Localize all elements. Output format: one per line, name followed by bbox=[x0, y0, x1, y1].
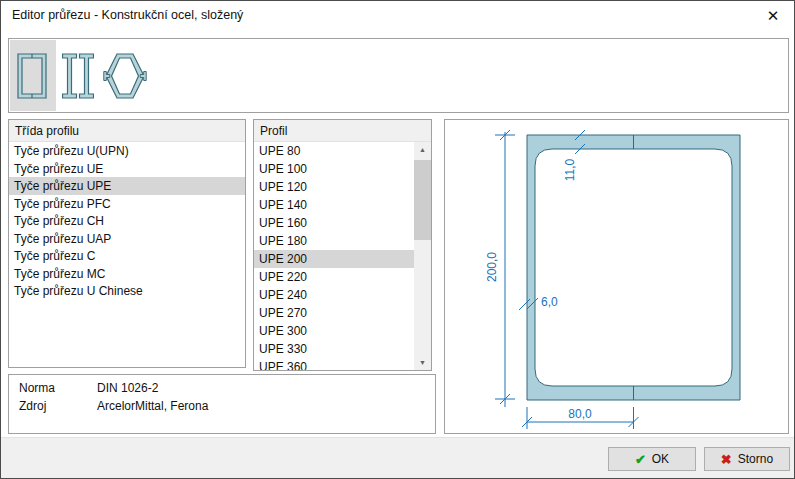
section-preview-panel: 200,0 11,0 6,0 80,0 bbox=[444, 119, 789, 434]
titlebar: Editor průřezu - Konstrukční ocel, slože… bbox=[1, 1, 794, 31]
profile-scrollbar[interactable]: ▲ ▼ bbox=[414, 142, 431, 370]
list-item[interactable]: UPE 160 bbox=[254, 214, 414, 232]
double-channel-section-icon bbox=[62, 53, 94, 99]
flange-dim-label: 11,0 bbox=[563, 158, 577, 181]
cross-section-drawing: 200,0 11,0 6,0 80,0 bbox=[445, 120, 788, 433]
hexagon-section-icon bbox=[103, 53, 147, 99]
cancel-label: Storno bbox=[738, 452, 773, 466]
scrollbar-thumb[interactable] bbox=[414, 160, 431, 240]
width-dim-label: 80,0 bbox=[568, 407, 592, 421]
list-item[interactable]: UPE 140 bbox=[254, 196, 414, 214]
profile-info-panel: Norma DIN 1026-2 Zdroj ArcelorMittal, Fe… bbox=[8, 374, 436, 434]
profile-list: UPE 80UPE 100UPE 120UPE 140UPE 160UPE 18… bbox=[254, 142, 414, 370]
source-row: Zdroj ArcelorMittal, Ferona bbox=[9, 397, 435, 415]
profile-panel: Profil UPE 80UPE 100UPE 120UPE 140UPE 16… bbox=[253, 119, 432, 371]
section-type-toolbar bbox=[8, 38, 789, 113]
profile-class-header: Třída profilu bbox=[9, 120, 245, 142]
list-item[interactable]: Tyče průřezu CH bbox=[9, 212, 245, 230]
list-item[interactable]: Tyče průřezu PFC bbox=[9, 195, 245, 213]
double-channel-section-button[interactable] bbox=[62, 53, 94, 103]
scroll-down-icon[interactable]: ▼ bbox=[414, 355, 431, 370]
list-item[interactable]: UPE 180 bbox=[254, 232, 414, 250]
source-value: ArcelorMittal, Ferona bbox=[97, 399, 208, 415]
footer: ✔ OK ✖ Storno bbox=[1, 437, 794, 478]
list-item[interactable]: Tyče průřezu UAP bbox=[9, 230, 245, 248]
list-item[interactable]: UPE 360 bbox=[254, 358, 414, 370]
list-item[interactable]: Tyče průřezu U(UPN) bbox=[9, 142, 245, 160]
ok-button[interactable]: ✔ OK bbox=[608, 447, 696, 471]
list-item[interactable]: UPE 330 bbox=[254, 340, 414, 358]
list-item[interactable]: Tyče průřezu UPE bbox=[9, 177, 245, 195]
list-item[interactable]: Tyče průřezu U Chinese bbox=[9, 282, 245, 300]
box-section-icon bbox=[17, 53, 47, 99]
list-item[interactable]: UPE 120 bbox=[254, 178, 414, 196]
box-section-shape bbox=[527, 135, 740, 400]
ok-label: OK bbox=[652, 452, 669, 466]
list-item[interactable]: Tyče průřezu C bbox=[9, 247, 245, 265]
list-item[interactable]: UPE 80 bbox=[254, 142, 414, 160]
dialog-title: Editor průřezu - Konstrukční ocel, slože… bbox=[12, 8, 243, 22]
list-item[interactable]: UPE 200 bbox=[254, 250, 414, 268]
norm-label: Norma bbox=[19, 381, 97, 397]
cancel-button[interactable]: ✖ Storno bbox=[704, 447, 790, 471]
section-editor-dialog: Editor průřezu - Konstrukční ocel, slože… bbox=[0, 0, 795, 479]
list-item[interactable]: UPE 240 bbox=[254, 286, 414, 304]
list-item[interactable]: UPE 220 bbox=[254, 268, 414, 286]
web-dim-label: 6,0 bbox=[541, 295, 558, 309]
hexagon-section-button[interactable] bbox=[103, 53, 147, 103]
list-item[interactable]: UPE 300 bbox=[254, 322, 414, 340]
profile-header: Profil bbox=[254, 120, 431, 142]
cancel-x-icon: ✖ bbox=[721, 452, 732, 467]
norm-value: DIN 1026-2 bbox=[97, 381, 158, 397]
box-section-button[interactable] bbox=[17, 53, 47, 103]
scroll-up-icon[interactable]: ▲ bbox=[414, 142, 431, 157]
ok-check-icon: ✔ bbox=[635, 452, 646, 467]
norm-row: Norma DIN 1026-2 bbox=[9, 379, 435, 397]
profile-class-list: Tyče průřezu U(UPN)Tyče průřezu UETyče p… bbox=[9, 142, 245, 367]
list-item[interactable]: Tyče průřezu MC bbox=[9, 265, 245, 283]
close-icon[interactable]: ✕ bbox=[762, 5, 784, 27]
list-item[interactable]: UPE 270 bbox=[254, 304, 414, 322]
height-dim-label: 200,0 bbox=[485, 252, 499, 282]
source-label: Zdroj bbox=[19, 399, 97, 415]
profile-class-panel: Třída profilu Tyče průřezu U(UPN)Tyče pr… bbox=[8, 119, 246, 368]
list-item[interactable]: Tyče průřezu UE bbox=[9, 160, 245, 178]
list-item[interactable]: UPE 100 bbox=[254, 160, 414, 178]
